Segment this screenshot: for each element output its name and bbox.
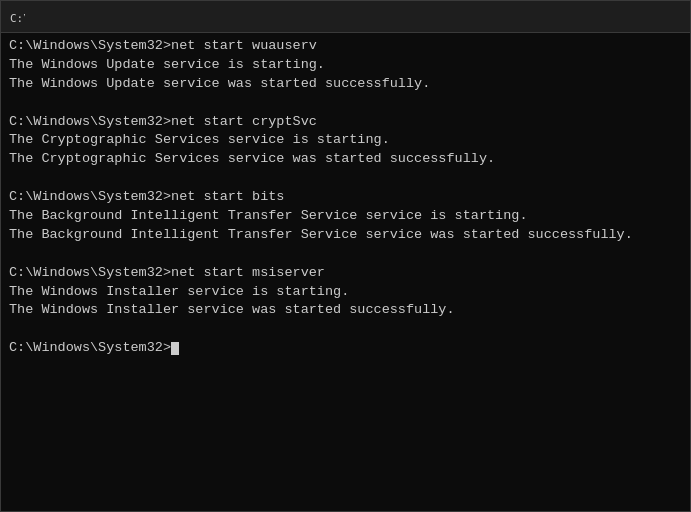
- output-line: The Background Intelligent Transfer Serv…: [9, 207, 682, 226]
- empty-line: [9, 320, 682, 339]
- cursor: [171, 342, 179, 356]
- prompt-line: C:\Windows\System32>net start msiserver: [9, 264, 682, 283]
- title-bar: C:\: [1, 1, 690, 33]
- output-line: The Windows Update service is starting.: [9, 56, 682, 75]
- empty-line: [9, 94, 682, 113]
- output-line: The Windows Installer service was starte…: [9, 301, 682, 320]
- prompt-line: C:\Windows\System32>net start cryptSvc: [9, 113, 682, 132]
- maximize-button[interactable]: [590, 1, 636, 33]
- close-button[interactable]: [636, 1, 682, 33]
- prompt-line: C:\Windows\System32>net start bits: [9, 188, 682, 207]
- empty-line: [9, 169, 682, 188]
- minimize-button[interactable]: [544, 1, 590, 33]
- terminal-content: C:\Windows\System32>net start wuauservTh…: [9, 37, 682, 358]
- prompt-line: C:\Windows\System32>net start wuauserv: [9, 37, 682, 56]
- output-line: The Background Intelligent Transfer Serv…: [9, 226, 682, 245]
- cmd-window: C:\ C:\Windows\System32>net start wuause…: [0, 0, 691, 512]
- output-line: The Cryptographic Services service was s…: [9, 150, 682, 169]
- window-controls: [544, 1, 682, 33]
- output-line: The Windows Installer service is startin…: [9, 283, 682, 302]
- cmd-icon: C:\: [9, 9, 25, 25]
- svg-text:C:\: C:\: [10, 12, 25, 25]
- terminal-body[interactable]: C:\Windows\System32>net start wuauservTh…: [1, 33, 690, 511]
- output-line: The Cryptographic Services service is st…: [9, 131, 682, 150]
- prompt-line: C:\Windows\System32>: [9, 339, 682, 358]
- output-line: The Windows Update service was started s…: [9, 75, 682, 94]
- empty-line: [9, 245, 682, 264]
